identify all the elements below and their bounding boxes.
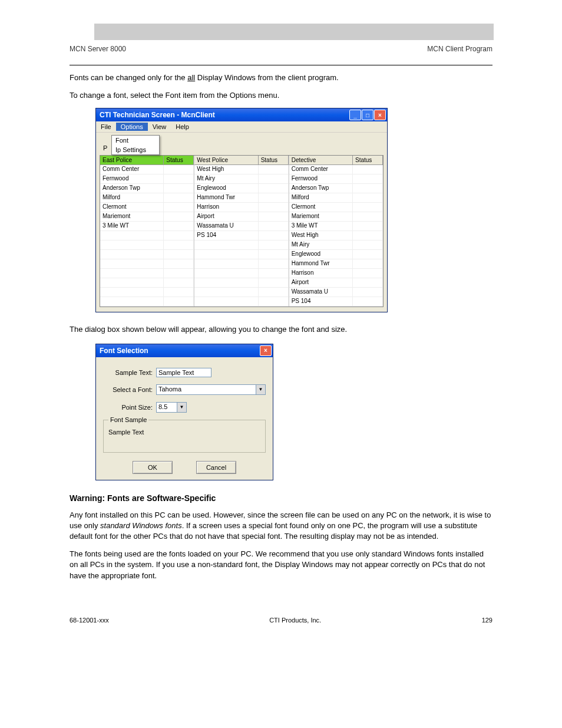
table-row bbox=[100, 250, 194, 259]
table-row: Wassamata U bbox=[289, 288, 383, 297]
table-row bbox=[194, 241, 288, 250]
intro-paragraph-1: Fonts can be changed only for the all Di… bbox=[70, 73, 492, 83]
table-row bbox=[194, 259, 288, 269]
table-row: Clermont bbox=[289, 203, 383, 212]
table-row: Milford bbox=[100, 193, 194, 203]
maximize-button[interactable]: □ bbox=[362, 110, 373, 120]
table-row bbox=[194, 250, 288, 259]
font-close-button[interactable]: × bbox=[260, 345, 272, 356]
table-row: Fernwood bbox=[100, 174, 194, 184]
table-row bbox=[100, 288, 194, 297]
table-row: Mt Airy bbox=[289, 241, 383, 250]
size-combo[interactable]: 8.5 ▼ bbox=[156, 402, 187, 413]
table-row: Clermont bbox=[100, 203, 194, 212]
table-row: Fernwood bbox=[289, 174, 383, 184]
table-row: West High bbox=[289, 231, 383, 241]
intro-paragraph-2: To change a font, select the Font item f… bbox=[70, 90, 492, 101]
footer-left: 68-12001-xxx bbox=[70, 617, 109, 624]
table-row bbox=[194, 288, 288, 297]
table-row bbox=[100, 278, 194, 288]
header-rule bbox=[70, 65, 492, 65]
label-select-font: Select a Font: bbox=[103, 386, 156, 393]
table-row: Harrison bbox=[289, 269, 383, 278]
status-header[interactable]: Status bbox=[259, 156, 289, 165]
table-row bbox=[194, 269, 288, 278]
warning-p1: Any font installed on this PC can be use… bbox=[70, 510, 492, 542]
font-window-title: Font Selection bbox=[100, 347, 148, 355]
menu-file[interactable]: File bbox=[96, 123, 116, 131]
column-header[interactable]: East Police bbox=[100, 156, 164, 165]
footer-center: CTI Products, Inc. bbox=[269, 617, 321, 624]
page-header-left: MCN Server 8000 bbox=[70, 45, 126, 53]
table-row bbox=[194, 278, 288, 288]
groupbox-title: Font Sample bbox=[108, 416, 148, 423]
label-sample-text: Sample Text: bbox=[103, 369, 156, 376]
status-header[interactable]: Status bbox=[353, 156, 383, 165]
sample-text-input[interactable] bbox=[156, 368, 211, 377]
table-row: Mariemont bbox=[289, 212, 383, 222]
table-row: Airport bbox=[289, 278, 383, 288]
table-row: Mt Airy bbox=[194, 174, 288, 184]
mcnclient-window: CTI Technician Screen - McnClient _ □ × … bbox=[95, 108, 388, 312]
table-row bbox=[100, 259, 194, 269]
warning-heading: Warning: Fonts are Software-Specific bbox=[70, 493, 492, 503]
minimize-button[interactable]: _ bbox=[349, 110, 361, 120]
table-row: PS 104 bbox=[289, 297, 383, 307]
chevron-down-icon[interactable]: ▼ bbox=[177, 403, 186, 412]
column-header[interactable]: West Police bbox=[194, 156, 258, 165]
ok-button[interactable]: OK bbox=[133, 461, 173, 474]
table-row: Hammond Twr bbox=[194, 193, 288, 203]
toolbar-p: P bbox=[103, 144, 107, 151]
table-row: Mariemont bbox=[100, 212, 194, 222]
mid-text: The dialog box shown below will appear, … bbox=[70, 324, 492, 335]
table-row: Englewood bbox=[194, 184, 288, 193]
close-button[interactable]: × bbox=[374, 110, 386, 120]
table-row: Comm Center bbox=[100, 165, 194, 174]
font-combo[interactable]: Tahoma ▼ bbox=[156, 384, 266, 395]
table-row: Anderson Twp bbox=[100, 184, 194, 193]
table-row: 3 Mile WT bbox=[100, 222, 194, 231]
table-row: Hammond Twr bbox=[289, 259, 383, 269]
table-row: Milford bbox=[289, 193, 383, 203]
status-header[interactable]: Status bbox=[164, 156, 194, 165]
table-row bbox=[194, 297, 288, 307]
table-row: Comm Center bbox=[289, 165, 383, 174]
warning-p2: The fonts being used are the fonts loade… bbox=[70, 549, 492, 581]
table-row bbox=[100, 269, 194, 278]
font-selection-window: Font Selection × Sample Text: Select a F… bbox=[95, 344, 273, 480]
footer-right: 129 bbox=[482, 617, 492, 624]
font-sample-text: Sample Text bbox=[108, 429, 260, 436]
dropdown-ip-settings[interactable]: Ip Settings bbox=[112, 145, 159, 154]
menu-view[interactable]: View bbox=[148, 123, 171, 131]
options-dropdown: Font Ip Settings bbox=[111, 135, 160, 155]
table-row: Harrison bbox=[194, 203, 288, 212]
window-title: CTI Technician Screen - McnClient bbox=[100, 111, 215, 119]
table-row: Englewood bbox=[289, 250, 383, 259]
menu-options[interactable]: Options bbox=[116, 123, 148, 131]
dropdown-font[interactable]: Font bbox=[112, 136, 159, 145]
table-row: Airport bbox=[194, 212, 288, 222]
font-sample-groupbox: Font Sample Sample Text bbox=[103, 420, 266, 453]
label-point-size: Point Size: bbox=[103, 404, 156, 411]
menubar: File Options View Help bbox=[96, 121, 387, 133]
table-row bbox=[100, 231, 194, 241]
table-row bbox=[100, 297, 194, 307]
cancel-button[interactable]: Cancel bbox=[196, 461, 236, 474]
table-row: Wassamata U bbox=[194, 222, 288, 231]
table-row bbox=[100, 241, 194, 250]
table-row: West High bbox=[194, 165, 288, 174]
menu-help[interactable]: Help bbox=[171, 123, 194, 131]
table-row: Anderson Twp bbox=[289, 184, 383, 193]
table-row: PS 104 bbox=[194, 231, 288, 241]
top-gray-bar bbox=[94, 24, 494, 40]
table-row: 3 Mile WT bbox=[289, 222, 383, 231]
chevron-down-icon[interactable]: ▼ bbox=[256, 385, 265, 394]
channel-grid: East PoliceStatusComm CenterFernwoodAnde… bbox=[100, 155, 384, 307]
titlebar: CTI Technician Screen - McnClient _ □ × bbox=[96, 108, 387, 121]
column-header[interactable]: Detective bbox=[289, 156, 353, 165]
page-header-right: MCN Client Program bbox=[427, 45, 492, 53]
